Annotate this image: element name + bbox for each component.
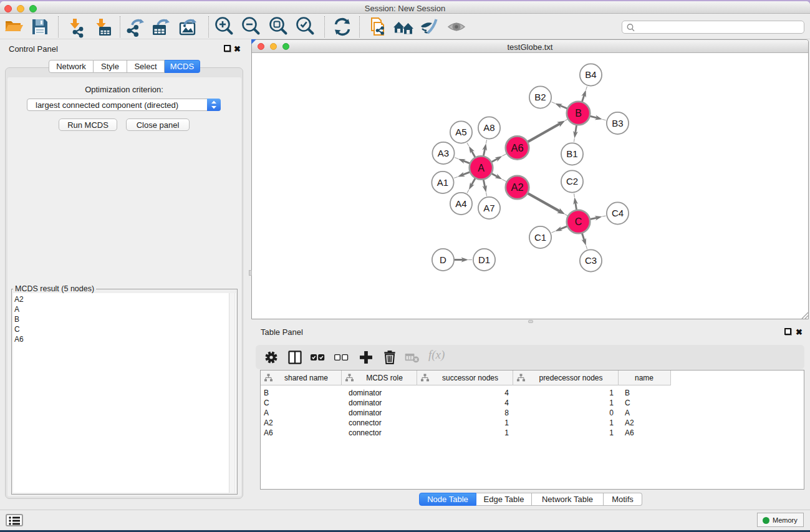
svg-text:A4: A4 <box>455 198 466 209</box>
svg-text:C4: C4 <box>612 208 624 218</box>
svg-text:B2: B2 <box>534 92 546 102</box>
svg-text:A8: A8 <box>483 122 494 133</box>
svg-text:C3: C3 <box>585 255 597 266</box>
svg-text:A6: A6 <box>511 142 523 153</box>
svg-text:D1: D1 <box>478 254 490 265</box>
svg-text:C: C <box>575 216 582 227</box>
svg-text:B4: B4 <box>585 69 596 80</box>
svg-text:A1: A1 <box>437 177 448 188</box>
svg-text:C2: C2 <box>566 176 578 186</box>
svg-text:B1: B1 <box>566 148 577 159</box>
svg-text:A7: A7 <box>483 203 494 213</box>
svg-text:A5: A5 <box>455 127 466 137</box>
svg-text:A: A <box>478 163 485 173</box>
svg-text:B3: B3 <box>612 118 623 128</box>
svg-text:B: B <box>575 108 582 118</box>
svg-text:C1: C1 <box>534 232 546 243</box>
svg-text:A2: A2 <box>511 181 523 193</box>
svg-text:A3: A3 <box>438 148 449 158</box>
svg-text:D: D <box>440 254 446 265</box>
